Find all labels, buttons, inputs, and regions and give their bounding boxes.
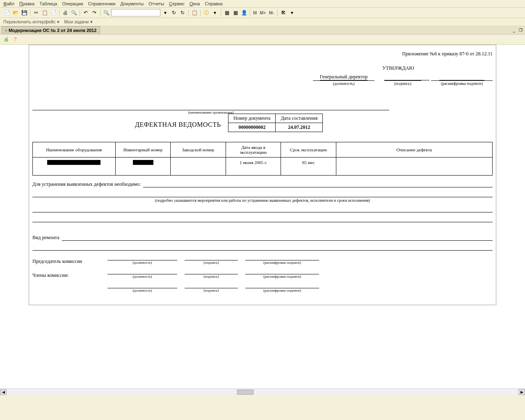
info-icon[interactable]: ⓘ: [203, 9, 210, 16]
equipment-table: Наименование оборудования Инвентарный но…: [32, 142, 493, 176]
decipher-caption: (расшифровка подписи): [431, 80, 493, 86]
menu-help[interactable]: Справка: [205, 1, 222, 6]
menu-dictionaries[interactable]: Справочники: [88, 1, 116, 6]
fix-block: Для устранения выявленных дефектов необх…: [32, 181, 493, 187]
chairman-label: Председатель комиссии: [32, 258, 100, 265]
date-label: Дата составления: [276, 114, 323, 123]
fix-label: Для устранения выявленных дефектов необх…: [32, 181, 141, 187]
cut-icon[interactable]: ✂: [32, 9, 40, 16]
sig-caption: (подпись): [185, 274, 238, 278]
help-icon[interactable]: ?: [11, 36, 19, 43]
refresh2-icon[interactable]: ↻: [179, 9, 186, 16]
print2-icon[interactable]: 🖨: [2, 36, 10, 43]
th-factory: Заводской номер: [171, 142, 226, 158]
td-factory: [171, 158, 226, 176]
menu-service[interactable]: Сервис: [169, 1, 185, 6]
td-term: 85 мес: [281, 158, 336, 176]
dec-caption: (расшифровка подписи): [245, 260, 319, 265]
org-line: [32, 105, 389, 110]
separator: [188, 9, 189, 16]
approve-block: УТВЕРЖДАЮ Генеральный директор (должност…: [32, 65, 493, 86]
new-icon[interactable]: 📄: [3, 9, 11, 16]
repair-row: Вид ремонта: [32, 235, 493, 241]
gendir-value: Генеральный директор: [320, 74, 368, 80]
user-icon[interactable]: 👤: [240, 9, 248, 16]
pos-caption: (должность): [107, 260, 177, 265]
refresh-icon[interactable]: ↻: [170, 9, 178, 16]
open-icon[interactable]: 📂: [12, 9, 19, 16]
decipher-line: [439, 74, 484, 80]
td-inv: [115, 158, 171, 176]
menu-documents[interactable]: Документы: [120, 1, 144, 6]
dropdown2-icon[interactable]: ▾: [211, 9, 219, 16]
maximize-icon[interactable]: ❐: [518, 27, 523, 33]
th-inv: Инвентарный номер: [115, 142, 171, 158]
repair-label: Вид ремонта: [32, 235, 59, 241]
separator: [200, 9, 201, 16]
search-input[interactable]: [111, 9, 160, 16]
fix-line4: [32, 217, 493, 222]
sig-caption: (подпись): [185, 260, 238, 265]
separator: [100, 9, 100, 16]
fix-line2: [32, 192, 493, 197]
linkbar: Переключить интерфейс ▾ Мои задачи ▾: [0, 18, 525, 26]
copy-icon[interactable]: 📋: [41, 9, 48, 16]
menu-table[interactable]: Таблица: [39, 1, 57, 6]
member-row-2: (должность) (подпись) (расшифровка подпи…: [32, 283, 493, 292]
document-body: Приложение №6 к приказу 87-0 от 28.12.11…: [29, 45, 496, 305]
menu-windows[interactable]: Окна: [189, 1, 200, 6]
td-defect: [336, 158, 492, 176]
signature-line: [384, 74, 429, 80]
scroll-right-icon[interactable]: ▶: [518, 389, 525, 395]
main-menu: Файл Правка Таблица Операции Справочники…: [0, 0, 525, 8]
signature-caption: (подпись): [384, 80, 421, 86]
separator: [59, 9, 59, 16]
grid2-icon[interactable]: ▦: [232, 9, 239, 16]
minimize-icon[interactable]: _: [511, 27, 517, 33]
document-tab[interactable]: ▫ Модернизация ОС № 2 от 24 июля 2012: [2, 26, 100, 34]
repair-line2: [32, 245, 493, 251]
separator: [250, 9, 250, 16]
menu-edit[interactable]: Правка: [19, 1, 34, 6]
menu-operations[interactable]: Операции: [62, 1, 83, 6]
members-label: Члены комиссии:: [32, 272, 100, 278]
scroll-thumb[interactable]: [237, 390, 253, 395]
search-icon[interactable]: 🔍: [103, 9, 110, 16]
sub-toolbar: 🖨 ?: [0, 34, 525, 45]
dropdown3-icon[interactable]: ▾: [288, 9, 296, 16]
print-icon[interactable]: 🖨: [62, 9, 69, 16]
approve-label: УТВЕРЖДАЮ: [304, 65, 493, 71]
pos-caption: (должность): [107, 274, 177, 278]
tool-icon[interactable]: 🛠: [280, 9, 287, 16]
dropdown-icon[interactable]: ▾: [162, 9, 169, 16]
my-tasks-link[interactable]: Мои задачи ▾: [64, 19, 93, 25]
td-name: [33, 158, 116, 176]
separator: [80, 9, 80, 16]
copy2-icon[interactable]: 📋: [191, 9, 198, 16]
repair-line: [62, 235, 493, 241]
save-icon[interactable]: 💾: [21, 9, 28, 16]
fix-line3: [32, 207, 493, 212]
horizontal-scrollbar[interactable]: ◀ ▶: [0, 388, 525, 395]
td-commiss: 1 июня 2005 г.: [226, 158, 281, 176]
dec-caption: (расшифровка подписи): [245, 274, 319, 278]
redo-icon[interactable]: ↷: [91, 9, 98, 16]
th-defect: Описание дефекта: [336, 142, 492, 158]
paste-icon[interactable]: 📄: [50, 9, 57, 16]
mem-mminus-button[interactable]: M-: [268, 10, 275, 15]
scroll-track[interactable]: [7, 389, 518, 395]
grid-icon[interactable]: ▦: [223, 9, 231, 16]
preview-icon[interactable]: 🔍: [70, 9, 78, 16]
annex-text: Приложение №6 к приказу 87-0 от 28.12.11: [32, 51, 493, 57]
menu-file[interactable]: Файл: [3, 1, 14, 6]
separator: [221, 9, 221, 16]
menu-reports[interactable]: Отчеты: [148, 1, 164, 6]
separator: [30, 9, 30, 16]
mem-m-button[interactable]: M: [252, 10, 258, 15]
mem-mplus-button[interactable]: M+: [259, 10, 267, 15]
undo-icon[interactable]: ↶: [82, 9, 89, 16]
numdate-table: Номер документа Дата составления 0000000…: [228, 114, 323, 132]
member-row-1: Члены комиссии: (должность) (подпись) (р…: [32, 269, 493, 278]
switch-interface-link[interactable]: Переключить интерфейс ▾: [3, 19, 59, 25]
scroll-left-icon[interactable]: ◀: [0, 389, 7, 395]
